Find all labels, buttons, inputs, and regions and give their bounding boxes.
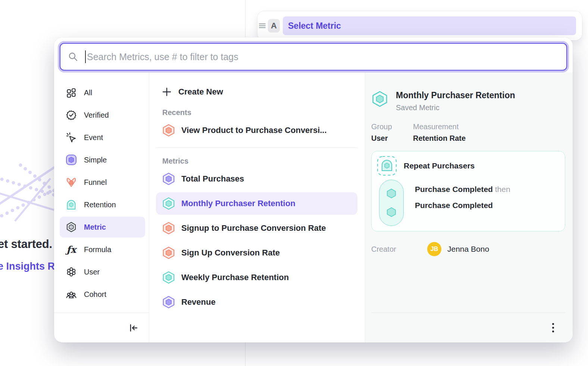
- list-item-label: Total Purchases: [181, 174, 244, 184]
- measurement-value: Retention Rate: [413, 134, 466, 143]
- metric-detail-panel: Monthly Purchaser Retention Saved Metric…: [365, 72, 573, 342]
- text-caret: [85, 50, 86, 63]
- metric-selector-dialog: All Verified Event: [54, 37, 573, 342]
- sidebar-item-retention[interactable]: Retention: [60, 194, 145, 215]
- user-cluster-icon: [65, 267, 77, 277]
- metric-list-column: Create New Recents View Product to Purch…: [149, 72, 365, 342]
- sidebar-footer: [54, 313, 149, 342]
- list-item-label: Sign Up Conversion Rate: [181, 248, 280, 258]
- search-input[interactable]: [87, 52, 559, 62]
- more-options-icon[interactable]: [552, 323, 554, 332]
- step-1-event: Purchase Completed: [415, 185, 493, 193]
- metric-hexagon-icon-coral: [162, 246, 175, 260]
- metric-hexagon-icon-teal-large: [371, 90, 388, 108]
- definition-steps: Purchase Completed then Purchase Complet…: [415, 180, 510, 226]
- detail-meta: Group User Measurement Retention Rate: [371, 122, 565, 143]
- list-item-metric[interactable]: Signup to Purchase Conversion Rate: [156, 217, 357, 239]
- list-item-metric[interactable]: Weekly Purchase Retention: [156, 266, 357, 289]
- background-headline-fragment: et started.: [0, 238, 52, 251]
- list-divider: [156, 148, 357, 148]
- cohort-people-icon: [65, 289, 77, 300]
- sidebar-item-label: User: [84, 268, 100, 276]
- background-link-fragment[interactable]: e Insights Re: [0, 261, 60, 272]
- verified-badge-icon: [65, 110, 77, 120]
- create-new-button[interactable]: Create New: [156, 82, 357, 102]
- list-item-recent-metric[interactable]: View Product to Purchase Conversi...: [156, 119, 357, 142]
- sidebar-item-label: Retention: [84, 201, 116, 209]
- formula-fx-icon: ƒx: [65, 245, 77, 254]
- sidebar-item-metric[interactable]: Metric: [60, 217, 145, 238]
- section-header-recents: Recents: [162, 108, 357, 117]
- list-item-metric[interactable]: Sign Up Conversion Rate: [156, 242, 357, 264]
- definition-title: Repeat Purchasers: [404, 161, 475, 170]
- type-filter-sidebar: All Verified Event: [54, 72, 149, 342]
- sidebar-item-label: Cohort: [84, 290, 106, 299]
- list-item-label: Weekly Purchase Retention: [181, 273, 289, 282]
- detail-footer: [371, 313, 565, 342]
- simple-metric-icon: [65, 154, 77, 165]
- sidebar-item-user[interactable]: User: [60, 261, 145, 282]
- sidebar-item-label: Metric: [84, 223, 106, 232]
- funnel-icon: [65, 177, 77, 188]
- metric-hexagon-icon-coral: [162, 124, 175, 137]
- creator-avatar: JB: [427, 242, 441, 256]
- metric-row-card: A Select Metric: [257, 11, 582, 40]
- plus-icon: [162, 87, 172, 97]
- measurement-label: Measurement: [413, 122, 466, 131]
- step-hexagon-icon: [386, 188, 397, 199]
- sidebar-item-label: Verified: [84, 111, 109, 120]
- creator-name: Jenna Bono: [447, 245, 489, 254]
- sidebar-item-all[interactable]: All: [60, 82, 145, 103]
- sidebar-item-cohort[interactable]: Cohort: [60, 284, 145, 305]
- event-cursor-icon: [65, 132, 77, 143]
- group-label: Group: [371, 122, 405, 131]
- detail-title: Monthly Purchaser Retention: [396, 90, 515, 100]
- metric-hexagon-icon: [65, 221, 77, 233]
- sidebar-item-formula[interactable]: ƒx Formula: [60, 239, 145, 260]
- metric-hexagon-icon-purple: [162, 295, 175, 309]
- sidebar-item-label: Event: [84, 133, 103, 142]
- metric-hexagon-icon-teal: [162, 197, 175, 210]
- sidebar-item-verified[interactable]: Verified: [60, 105, 145, 125]
- sidebar-item-simple[interactable]: Simple: [60, 149, 145, 170]
- list-item-metric-selected[interactable]: Monthly Purchaser Retention: [156, 192, 357, 215]
- detail-subtitle: Saved Metric: [396, 103, 515, 112]
- search-icon: [68, 52, 78, 62]
- retention-steps-capsule: [379, 180, 404, 226]
- search-focus-ring: [58, 41, 569, 72]
- list-item-label: Signup to Purchase Conversion Rate: [181, 223, 326, 233]
- metric-definition-card: Repeat Purchasers Purchase Completed: [371, 151, 565, 232]
- metric-block-badge: A: [268, 19, 280, 32]
- sidebar-item-event[interactable]: Event: [60, 127, 145, 148]
- sidebar-item-funnel[interactable]: Funnel: [60, 172, 145, 193]
- creator-label: Creator: [371, 245, 427, 254]
- list-item-label: Revenue: [181, 297, 216, 307]
- metric-hexagon-icon-teal: [162, 271, 175, 284]
- creator-row: Creator JB Jenna Bono: [371, 242, 565, 256]
- section-header-metrics: Metrics: [162, 157, 357, 165]
- list-item-label: View Product to Purchase Conversi...: [181, 125, 327, 135]
- group-value: User: [371, 134, 405, 143]
- sidebar-item-label: Funnel: [84, 178, 107, 187]
- metric-hexagon-icon-purple: [162, 172, 175, 186]
- sidebar-item-label: Formula: [84, 245, 111, 254]
- saved-retention-icon: [377, 156, 397, 176]
- search-box[interactable]: [60, 43, 567, 71]
- list-item-label: Monthly Purchaser Retention: [181, 199, 295, 208]
- grid-icon: [65, 87, 77, 98]
- create-new-label: Create New: [178, 87, 223, 97]
- dialog-body: All Verified Event: [54, 72, 573, 342]
- sidebar-item-label: Simple: [84, 156, 107, 164]
- list-item-metric[interactable]: Revenue: [156, 291, 357, 313]
- list-item-metric[interactable]: Total Purchases: [156, 168, 357, 190]
- sidebar-item-label: All: [84, 89, 92, 97]
- collapse-panel-icon[interactable]: [129, 323, 138, 333]
- retention-arch-icon: [65, 199, 77, 210]
- metric-hexagon-icon-coral: [162, 221, 175, 235]
- step-hexagon-icon: [386, 207, 397, 217]
- select-metric-button[interactable]: Select Metric: [283, 16, 576, 35]
- step-2-event: Purchase Completed: [415, 201, 493, 210]
- drag-handle-icon[interactable]: [259, 24, 266, 28]
- step-connector: then: [495, 185, 510, 193]
- detail-header: Monthly Purchaser Retention Saved Metric: [371, 90, 565, 112]
